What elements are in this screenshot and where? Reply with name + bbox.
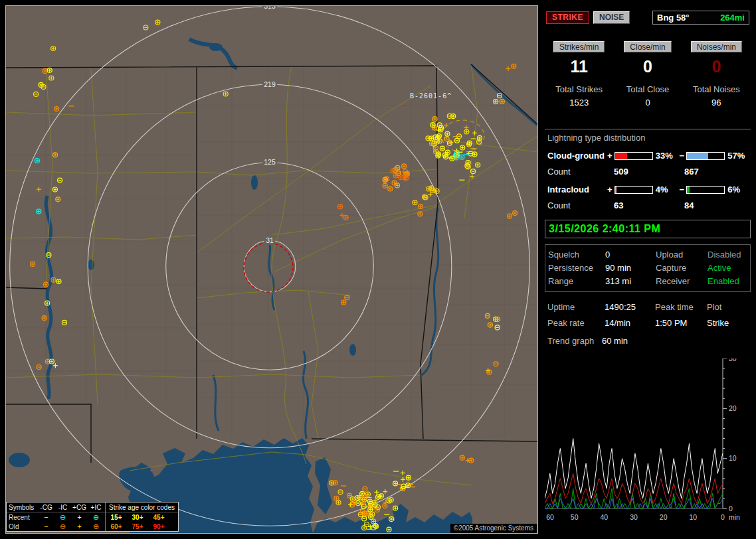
cg-negative-bar	[686, 152, 725, 160]
cg-positive-fill	[615, 153, 628, 159]
map-svg: 31321912531	[6, 6, 537, 533]
ic-minus-icon: ⊖	[54, 523, 71, 530]
cg-negative-fill	[687, 153, 708, 159]
session-grid: Uptime 1490:25 Peak time Plot Peak rate …	[545, 301, 751, 329]
storm-cell-label: B-2601-6^	[410, 92, 452, 100]
cloud-ground-count-row: Count 509 867	[547, 167, 751, 177]
graph-x-label: 0	[721, 513, 725, 521]
total-close-value: 0	[645, 98, 650, 108]
intracloud-row: Intracloud + 4% − 6%	[547, 185, 751, 194]
plus-sign: +	[607, 185, 613, 194]
graph-y-label: 0	[729, 504, 733, 512]
trend-graph-label: Trend graph	[547, 336, 602, 346]
legend-age-title: Strike age color codes	[106, 504, 178, 511]
status-grid: Squelch 0 Upload Disabled Persistence 90…	[545, 244, 751, 292]
range-label: Range	[548, 275, 605, 287]
cg-plus-icon: +	[71, 514, 88, 520]
ic-positive-pct: 4%	[654, 185, 679, 194]
plot-value: Strike	[707, 317, 751, 329]
minus-sign: −	[678, 185, 685, 194]
intracloud-label: Intracloud	[547, 185, 607, 194]
legend-col-pos-ic: +IC	[88, 504, 104, 511]
peak-time-label: Peak time	[655, 301, 707, 313]
strike-mode-button[interactable]: STRIKE	[546, 11, 589, 24]
count-label: Count	[547, 200, 614, 210]
legend-recent-label: Recent	[7, 514, 38, 521]
squelch-label: Squelch	[548, 249, 605, 261]
ic-negative-bar	[686, 186, 725, 194]
legend-age-section: Strike age color codes 15+ 30+ 45+ 60+ 7…	[106, 502, 178, 531]
ic-positive-fill	[615, 187, 616, 193]
squelch-value: 0	[605, 249, 656, 261]
legend-col-neg-ic: -IC	[54, 504, 71, 511]
copyright: ©2005 Astrogenic Systems	[450, 524, 537, 533]
range-ring-label: 31	[266, 236, 274, 244]
strikes-per-min-button[interactable]: Strikes/min	[553, 41, 605, 52]
age-code: 75+	[127, 523, 148, 530]
control-panel: STRIKE NOISE Bng 58° 264mi Strikes/min 1…	[545, 5, 751, 534]
cg-plus-icon: +	[71, 523, 88, 530]
ic-minus-icon: ⊖	[54, 514, 71, 520]
legend-symbols-section: Symbols -CG -IC +CG +IC Recent − ⊖ + ⊕ O…	[7, 502, 106, 531]
map[interactable]: 31321912531 B-2601-6^ Symbols -CG -IC +C…	[5, 5, 538, 534]
legend-col-neg-cg: -CG	[38, 504, 54, 511]
bearing-distance: 264mi	[720, 13, 745, 23]
close-column: Close/min 0 Total Close 0	[613, 41, 682, 108]
age-code: 45+	[148, 514, 169, 521]
cg-negative-count: 867	[684, 167, 751, 177]
ic-negative-pct: 6%	[726, 185, 751, 194]
cg-positive-pct: 33%	[654, 151, 679, 161]
upload-value: Disabled	[708, 249, 750, 261]
trend-graph-value: 60 min	[602, 336, 628, 346]
noises-column: Noises/min 0 Total Noises 96	[682, 41, 751, 108]
peak-rate-label: Peak rate	[547, 317, 605, 329]
ic-plus-icon: ⊕	[88, 523, 104, 530]
clock-text: 3/15/2026 2:40:11 PM	[549, 223, 660, 234]
cg-minus-icon: −	[38, 523, 54, 530]
bearing-label: Bng 58°	[657, 13, 690, 23]
trend-graph-row: Trend graph 60 min	[547, 336, 751, 346]
peak-time-value: 1:50 PM	[655, 317, 707, 329]
legend-old-label: Old	[7, 523, 38, 530]
cg-positive-count: 509	[614, 167, 684, 177]
cloud-ground-row: Cloud-ground + 33% − 57%	[547, 151, 751, 161]
graph-x-label: 60	[546, 513, 554, 521]
receiver-label: Receiver	[656, 275, 708, 287]
ic-positive-count: 63	[614, 200, 684, 210]
total-strikes-label: Total Strikes	[555, 84, 603, 94]
graph-y-label: 20	[729, 404, 737, 412]
persistence-label: Persistence	[548, 262, 605, 274]
capture-label: Capture	[656, 262, 708, 274]
graph-y-label: 30	[729, 358, 737, 362]
peak-rate-value: 14/min	[605, 317, 655, 329]
close-per-min-value: 0	[643, 56, 652, 76]
noise-mode-button[interactable]: NOISE	[593, 11, 630, 24]
bearing-indicator: Bng 58° 264mi	[652, 11, 749, 25]
ic-negative-fill	[687, 187, 689, 193]
strikes-per-min-value: 11	[570, 56, 587, 76]
range-ring-label: 219	[264, 80, 276, 88]
graph-x-unit: min	[729, 513, 740, 521]
plot-label: Plot	[707, 301, 751, 313]
close-per-min-button[interactable]: Close/min	[624, 41, 671, 52]
persistence-value: 90 min	[605, 262, 656, 274]
uptime-label: Uptime	[547, 301, 605, 313]
graph-x-label: 50	[571, 513, 579, 521]
graph-x-label: 20	[660, 513, 668, 521]
section-divider	[545, 129, 751, 129]
strikes-column: Strikes/min 11 Total Strikes 1523	[545, 41, 613, 108]
noises-per-min-value: 0	[711, 56, 721, 76]
noises-per-min-button[interactable]: Noises/min	[691, 41, 742, 52]
graph-y-label: 10	[729, 454, 737, 462]
total-close-label: Total Close	[626, 84, 669, 94]
uptime-value: 1490:25	[605, 301, 655, 313]
legend-symbols-header: Symbols	[7, 504, 38, 511]
total-noises-value: 96	[711, 98, 721, 108]
ic-negative-count: 84	[684, 200, 751, 210]
plus-sign: +	[607, 151, 613, 161]
cg-minus-icon: −	[38, 514, 54, 520]
upload-label: Upload	[656, 249, 708, 261]
range-ring-label: 125	[264, 158, 276, 166]
total-strikes-value: 1523	[569, 98, 589, 108]
clock: 3/15/2026 2:40:11 PM	[545, 220, 751, 238]
